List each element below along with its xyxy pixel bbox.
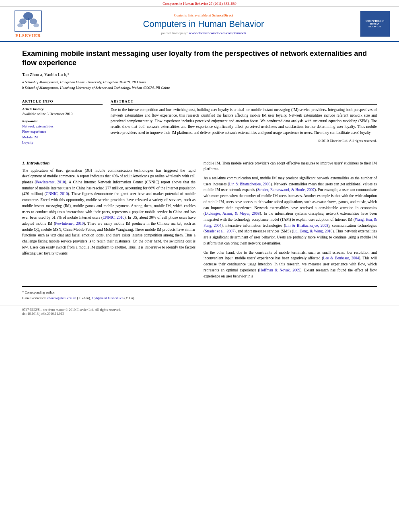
- doi-notice: doi:10.1016/j.chb.2010.11.013: [22, 312, 377, 316]
- article-title: Examining mobile instant messaging user …: [22, 49, 377, 68]
- issn-notice: 0747-5632/$ – see front matter © 2010 El…: [22, 308, 377, 312]
- abstract-copyright: © 2010 Elsevier Ltd. All rights reserved…: [111, 139, 377, 143]
- top-bar: Computers in Human Behavior 27 (2011) 88…: [0, 0, 399, 7]
- keyword-3[interactable]: Mobile IM: [22, 135, 103, 140]
- ref-hoffman-novak-2009[interactable]: Hoffman & Novak, 2009: [259, 268, 300, 272]
- homepage-url[interactable]: www.elsevier.com/locate/comphumbeh: [189, 31, 246, 35]
- ref-pewinternet-2010[interactable]: PewInternet, 2010: [36, 180, 65, 184]
- article-info-panel: ARTICLE INFO Article history: Available …: [22, 99, 103, 146]
- ref-cnnic-2010b[interactable]: CNNIC, 2010: [103, 216, 124, 220]
- footnote-area: * Corresponding author. E-mail addresses…: [0, 288, 399, 302]
- ref-strader-2007b[interactable]: Strader et al., 2007: [205, 229, 234, 233]
- ref-cnnic-2010[interactable]: CNNIC, 2010: [46, 192, 68, 196]
- body-col2-para2: As a real-time communication tool, mobil…: [204, 175, 377, 246]
- sciencedirect-notice: Contents lists available at ScienceDirec…: [52, 13, 355, 17]
- svg-point-6: [17, 23, 23, 27]
- abstract-heading: ABSTRACT: [111, 99, 377, 105]
- ref-dickinger-2008[interactable]: Dickinger, Arami, & Meyer, 2008: [205, 212, 259, 216]
- keyword-4[interactable]: Loyalty: [22, 140, 103, 146]
- ref-lin-bhattacherjee-2008[interactable]: Lin & Bhattacherjee, 2008: [229, 182, 270, 186]
- body-content: 1. Introduction The application of third…: [0, 156, 399, 287]
- sciencedirect-link-text[interactable]: ScienceDirect: [212, 13, 233, 17]
- elsevier-tree-icon: [14, 10, 42, 32]
- abstract-panel: ABSTRACT Due to the intense competition …: [111, 99, 377, 146]
- keywords-label: Keywords:: [22, 119, 103, 123]
- affiliation-b: b School of Management, Huazhong Univers…: [22, 85, 377, 90]
- journal-citation: Computers in Human Behavior 27 (2011) 88…: [162, 2, 237, 6]
- svg-point-7: [33, 23, 39, 27]
- article-info-abstract: ARTICLE INFO Article history: Available …: [0, 95, 399, 150]
- section-divider: [22, 153, 377, 153]
- email-2[interactable]: luyb@mail.hust.edu.cn: [92, 296, 123, 300]
- article-authors: Tao Zhou a, Yaobin Lu b,*: [22, 72, 377, 77]
- elsevier-wordmark: ELSEVIER: [15, 33, 41, 38]
- svg-point-4: [19, 18, 27, 24]
- svg-point-5: [30, 18, 37, 24]
- elsevier-logo-area: ELSEVIER: [4, 10, 52, 38]
- keyword-2[interactable]: Flow experience: [22, 129, 103, 135]
- journal-thumbnail-area: COMPUTERS IN HUMAN BEHAVIOR: [355, 11, 395, 37]
- thumb-title-text: COMPUTERS IN HUMAN BEHAVIOR: [366, 20, 385, 29]
- intro-heading: 1. Introduction: [22, 160, 195, 165]
- journal-homepage: journal homepage: www.elsevier.com/locat…: [52, 31, 355, 35]
- abstract-text: Due to the intense competition and low s…: [111, 107, 377, 136]
- body-col-left: 1. Introduction The application of third…: [22, 160, 195, 283]
- email-1[interactable]: zhoutao@hdu.edu.cn: [47, 296, 76, 300]
- ref-lee-benbasat-2004[interactable]: Lee & Benbasat, 2004: [323, 256, 359, 260]
- body-col2-para3: On the other hand, due to the constraint…: [204, 250, 377, 279]
- affiliations: a School of Management, Hangzhou Dianzi …: [22, 79, 377, 91]
- corresponding-author-note: * Corresponding author.: [22, 290, 377, 296]
- body-col2-para1: mobile IM. Then mobile service providers…: [204, 160, 377, 172]
- ref-strader-2007[interactable]: Strader, Ramaswami, & Houle, 2007: [257, 188, 315, 192]
- ref-pewinternet-2010b[interactable]: PewInternet, 2010: [55, 222, 84, 226]
- footer-divider: [22, 286, 377, 287]
- intro-para-1: The application of third generation (3G)…: [22, 168, 195, 257]
- history-value: Available online 3 December 2010: [22, 112, 103, 116]
- article-header: Examining mobile instant messaging user …: [0, 42, 399, 95]
- elsevier-logo: ELSEVIER: [14, 10, 42, 38]
- ref-lin-bhattacherjee-2008b[interactable]: Lin & Bhattacherjee, 2008: [285, 224, 328, 228]
- keyword-1[interactable]: Network externalities: [22, 124, 103, 129]
- journal-thumbnail: COMPUTERS IN HUMAN BEHAVIOR: [360, 11, 390, 37]
- history-label: Article history:: [22, 107, 103, 111]
- journal-header: ELSEVIER Contents lists available at Sci…: [0, 7, 399, 42]
- affiliation-a: a School of Management, Hangzhou Dianzi …: [22, 79, 377, 85]
- body-col-right: mobile IM. Then mobile service providers…: [204, 160, 377, 283]
- email-note: E-mail addresses: zhoutao@hdu.edu.cn (T.…: [22, 296, 377, 301]
- article-info-heading: ARTICLE INFO: [22, 99, 103, 105]
- journal-name: Computers in Human Behavior: [52, 19, 355, 29]
- ref-lu-2010[interactable]: Lu, Deng, & Wang, 2010: [293, 229, 333, 233]
- bottom-bar: 0747-5632/$ – see front matter © 2010 El…: [0, 306, 399, 317]
- journal-title-area: Contents lists available at ScienceDirec…: [52, 13, 355, 35]
